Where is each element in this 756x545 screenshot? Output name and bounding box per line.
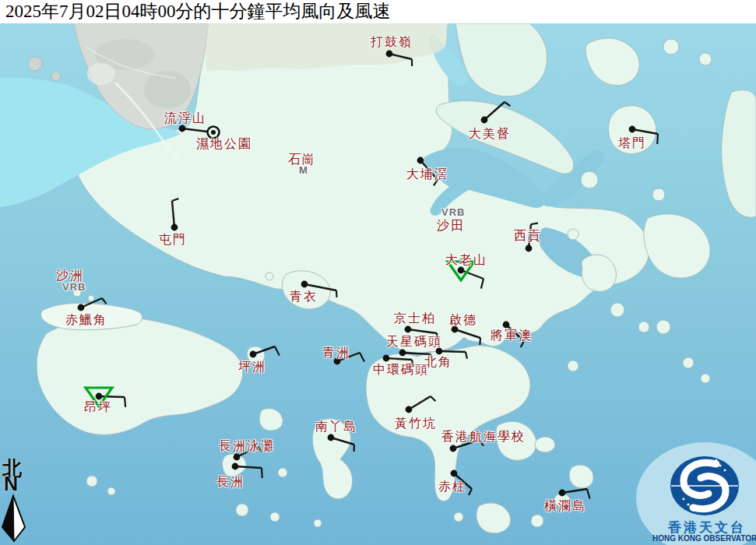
island-small [663,39,679,54]
station-label: 南丫島 [315,420,357,433]
station-label: 大埔滘 [406,167,448,181]
logo-title-english: HONG KONG OBSERVATORY [652,534,756,543]
station-dot [406,406,413,413]
station-label: 青衣 [290,290,318,303]
station-label: 流浮山 [164,111,206,125]
station-label: 長洲 [216,475,244,488]
station-label: 西貢 [514,229,542,242]
island-small [107,487,115,495]
station-label: 沙洲 [56,269,84,282]
station-dot [96,393,103,400]
station-label: 橫瀾島 [544,499,586,512]
station-label: 天星碼頭 [386,335,442,348]
station-label: 中環碼頭 [373,363,429,376]
station-label: 屯門 [159,233,187,246]
station-dot [526,245,533,252]
island-small [699,53,712,65]
station-dot [328,434,335,441]
station-dot [503,322,510,329]
station-dot [452,326,459,333]
station-dot [234,454,241,461]
island-small [652,188,665,201]
island-small [88,295,94,301]
island-small [270,512,280,522]
station-label: 長洲泳灘 [219,439,275,452]
wind-map-screen: 2025年7月02日04時00分的十分鐘平均風向及風速 打鼓嶺流浮山濕地公園石崗… [0,0,756,545]
wind-barb-shaft [439,351,466,352]
station-dot [171,224,178,231]
calm-wind-icon-center [211,130,216,135]
station-dot [386,51,393,58]
island-small [314,519,322,527]
wind-barb-tick [125,397,125,407]
island-tung-lung [535,437,555,452]
island-small [278,468,287,477]
island-small [236,504,248,516]
station-label: 昂坪 [84,400,112,413]
station-label: 塔門 [618,136,646,149]
station-label: 赤柱 [438,480,466,493]
station-dot [250,351,257,358]
station-annotation: M [299,165,308,176]
island-small [28,57,42,71]
island-small [568,229,578,240]
station-dot [450,445,457,452]
island-small [656,320,670,334]
station-dot [232,463,239,470]
station-label: 大老山 [445,253,487,266]
wind-barb-tick [480,338,480,345]
station-label: 坪洲 [238,360,266,373]
station-dot [559,490,566,497]
station-annotation: VRB [62,282,86,293]
station-dot [399,350,406,357]
island-small [568,360,578,371]
island-small [683,357,694,368]
station-label: 打鼓嶺 [371,35,413,48]
station-label: 青洲 [322,346,350,359]
station-dot [458,267,465,274]
island-small [454,512,463,522]
station-dot [436,348,443,355]
station-label: 濕地公園 [196,137,252,150]
island-ma-wan [265,272,273,280]
station-label: 大美督 [469,127,511,140]
island-beaufort [569,465,593,488]
station-dot [417,157,424,164]
island-small [581,171,598,188]
island-small [531,515,543,527]
island-small [638,322,649,332]
island-small [701,374,710,383]
map-title: 2025年7月02日04時00分的十分鐘平均風向及風速 [0,0,756,23]
island-small [610,303,624,317]
station-label: 黃竹坑 [395,417,437,430]
station-label: 啟德 [449,313,477,326]
island-small [51,72,61,81]
island-small [86,476,97,487]
station-dot [78,304,85,311]
station-label: 京士柏 [394,311,436,325]
hong-kong-map [0,0,756,545]
wind-barb-shaft [99,396,125,397]
station-label: 赤鱲角 [65,313,107,326]
station-dot [451,470,458,477]
urban-block-patch [87,63,115,85]
station-dot [383,355,390,362]
wind-barb-tick [336,290,337,297]
station-label: 沙田 [437,219,465,232]
station-dot [179,125,186,132]
station-dot [481,117,488,124]
north-label-letter: N [4,473,18,495]
station-label: 香港航海學校 [441,430,526,443]
station-dot [301,281,308,288]
station-dot [405,326,412,333]
wind-barb-tick [531,223,538,224]
wind-barb-tick [262,468,262,478]
station-annotation: VRB [441,207,465,218]
station-label: 將軍澳 [491,329,533,342]
wind-barb-tick [657,134,658,144]
station-dot [629,126,636,133]
